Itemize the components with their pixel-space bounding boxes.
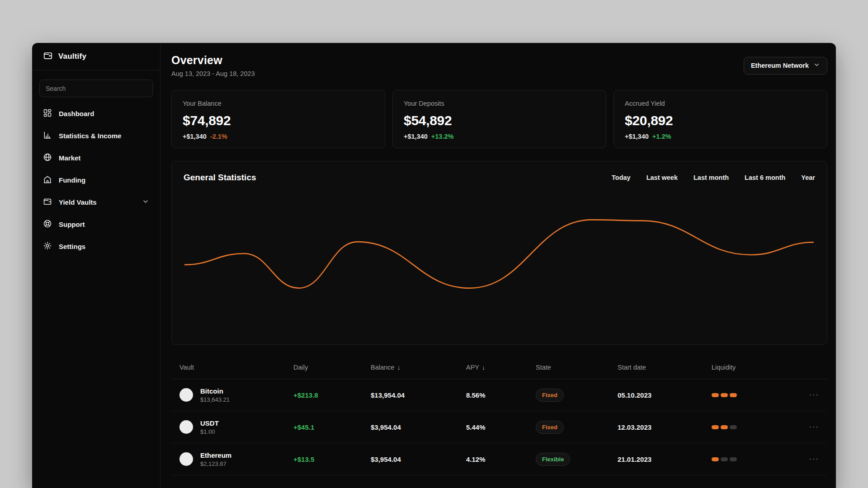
table-row-ethereum[interactable]: Ethereum $2,123.87 +$13.5 $3,954.04 4.12… [171, 443, 827, 475]
sidebar-item-yield-vaults[interactable]: Yield Vaults [39, 191, 153, 213]
table-row-bitcoin[interactable]: Bitcoin $13,643.21 +$213.8 $13,954.04 8.… [171, 379, 827, 411]
page-heading: Overview Aug 13, 2023 - Aug 18, 2023 [171, 54, 255, 77]
brand: Vaultify [39, 43, 153, 70]
apy-value: 8.56% [466, 391, 536, 399]
sidebar-nav: Dashboard Statistics & Income Market [39, 103, 153, 258]
row-menu-button[interactable]: ··· [792, 455, 819, 464]
main-content: Overview Aug 13, 2023 - Aug 18, 2023 Eth… [160, 43, 836, 488]
dashboard-grid-icon [43, 108, 52, 119]
chart-title: General Statistics [184, 173, 256, 183]
vaults-table: Vault Daily Balance ↓ APY ↓ State Start … [171, 356, 827, 475]
liquidity-pill-off [730, 425, 737, 429]
col-apy-sort[interactable]: APY ↓ [466, 364, 536, 371]
stat-delta: +$1,340 [404, 133, 428, 140]
filter-today[interactable]: Today [612, 174, 631, 181]
vault-avatar [179, 388, 193, 402]
filter-last-month[interactable]: Last month [693, 174, 729, 181]
vault-price: $2,123.87 [200, 460, 231, 467]
liquidity-pill-on [721, 393, 728, 397]
wallet-icon [43, 197, 52, 208]
sidebar-item-dashboard[interactable]: Dashboard [39, 103, 153, 125]
vault-avatar [179, 420, 193, 434]
stat-card-deposits: Your Deposits $54,892 +$1,340 +13.2% [392, 90, 606, 148]
vault-cell: Ethereum $2,123.87 [179, 451, 293, 467]
status-badge: Fixed [536, 389, 564, 402]
col-balance-sort[interactable]: Balance ↓ [371, 364, 466, 371]
balance-value: $3,954.04 [371, 455, 466, 463]
apy-value: 4.12% [466, 455, 536, 463]
stat-label: Your Deposits [404, 100, 595, 107]
sidebar-item-label: Yield Vaults [59, 198, 97, 206]
liquidity-indicator [712, 457, 792, 461]
status-badge: Fixed [536, 421, 564, 434]
stat-delta-percent: +13.2% [431, 133, 454, 140]
stat-delta-percent: +1.2% [652, 133, 671, 140]
stat-label: Your Balance [183, 100, 374, 107]
liquidity-pill-on [712, 393, 719, 397]
network-selector-label: Ethereum Network [751, 62, 809, 69]
date-range: Aug 13, 2023 - Aug 18, 2023 [171, 70, 255, 77]
network-selector[interactable]: Ethereum Network [744, 57, 827, 75]
liquidity-pill-on [712, 425, 719, 429]
sidebar-item-label: Support [59, 221, 85, 228]
stat-delta: +$1,340 [625, 133, 649, 140]
wallet-logo-icon [43, 51, 53, 62]
vault-cell: USDT $1.00 [179, 419, 293, 435]
stat-delta-row: +$1,340 -2.1% [183, 133, 374, 140]
vault-name-block: USDT $1.00 [200, 419, 219, 435]
chevron-down-icon[interactable] [142, 198, 149, 207]
balance-value: $3,954.04 [371, 423, 466, 431]
table-row-usdt[interactable]: USDT $1.00 +$45.1 $3,954.04 5.44% Fixed … [171, 411, 827, 443]
vault-name: Ethereum [200, 451, 231, 459]
sidebar-item-settings[interactable]: Settings [39, 235, 153, 258]
vault-name: Bitcoin [200, 387, 230, 395]
app-window: Vaultify Dashboard Sta [32, 43, 836, 488]
filter-year[interactable]: Year [801, 174, 815, 181]
sidebar-divider [32, 70, 160, 70]
sidebar-item-statistics-income[interactable]: Statistics & Income [39, 125, 153, 147]
stat-delta-row: +$1,340 +1.2% [625, 133, 816, 140]
bank-house-icon [43, 175, 52, 186]
sidebar-item-market[interactable]: Market [39, 147, 153, 169]
lifebuoy-icon [43, 219, 52, 230]
apy-value: 5.44% [466, 423, 536, 431]
chart-header: General Statistics Today Last week Last … [184, 173, 815, 183]
daily-change: +$45.1 [293, 423, 371, 431]
vault-price: $1.00 [200, 428, 219, 435]
balance-value: $13,954.04 [371, 391, 466, 399]
sidebar-item-funding[interactable]: Funding [39, 169, 153, 191]
sidebar: Vaultify Dashboard Sta [32, 43, 160, 488]
bar-chart-icon [43, 131, 52, 141]
liquidity-pill-off [730, 457, 737, 461]
liquidity-pill-on [730, 393, 737, 397]
state-cell: Fixed [536, 389, 618, 402]
filter-last-week[interactable]: Last week [646, 174, 678, 181]
chart-range-filters: Today Last week Last month Last 6 month … [612, 174, 815, 181]
col-liquidity: Liquidity [712, 364, 792, 371]
liquidity-pill-on [721, 425, 728, 429]
stat-label: Accrued Yield [625, 100, 816, 107]
row-menu-button[interactable]: ··· [792, 390, 819, 399]
sidebar-item-label: Market [59, 154, 80, 162]
globe-icon [43, 153, 52, 164]
col-balance-label: Balance [371, 364, 394, 371]
vault-name-block: Ethereum $2,123.87 [200, 451, 231, 467]
stat-delta-percent: -2.1% [210, 133, 227, 140]
sidebar-item-label: Funding [59, 176, 85, 184]
liquidity-indicator [712, 425, 792, 429]
row-menu-button[interactable]: ··· [792, 422, 819, 432]
line-chart [172, 161, 827, 344]
vault-price: $13,643.21 [200, 396, 230, 403]
start-date: 05.10.2023 [618, 391, 712, 399]
table-header-row: Vault Daily Balance ↓ APY ↓ State Start … [171, 356, 827, 379]
search-input[interactable] [39, 80, 153, 97]
liquidity-indicator [712, 393, 792, 397]
vault-name-block: Bitcoin $13,643.21 [200, 387, 230, 403]
sort-down-icon: ↓ [397, 364, 400, 371]
col-daily: Daily [293, 364, 371, 371]
liquidity-pill-off [721, 457, 728, 461]
filter-last-6-month[interactable]: Last 6 month [745, 174, 785, 181]
start-date: 12.03.2023 [618, 423, 712, 431]
sidebar-item-support[interactable]: Support [39, 213, 153, 235]
stat-value: $54,892 [404, 113, 595, 128]
